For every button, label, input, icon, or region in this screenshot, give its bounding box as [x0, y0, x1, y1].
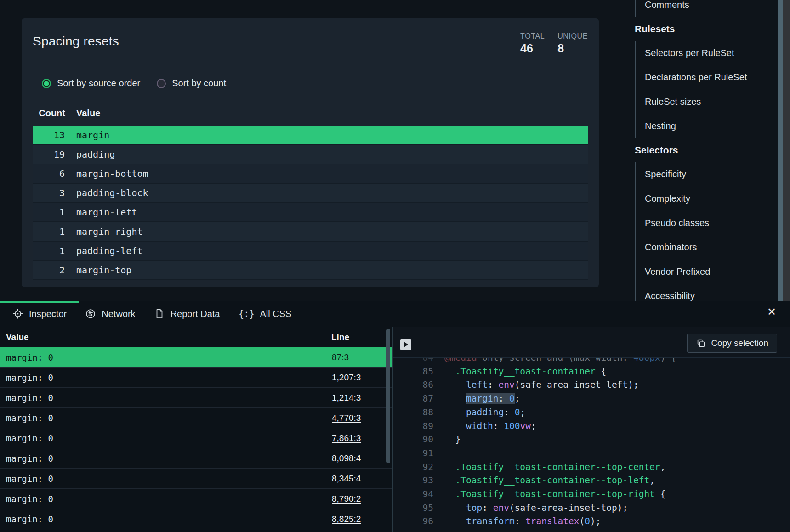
line-link[interactable]: 4,770:3	[332, 413, 361, 423]
line-link[interactable]: 8,790:2	[332, 494, 361, 504]
property-table: Count Value 13margin19padding6margin-bot…	[33, 108, 588, 280]
row-line-cell: 8,345:4	[325, 469, 392, 488]
row-count: 19	[33, 145, 69, 164]
row-line-cell: 1,214:3	[325, 388, 392, 407]
table-row[interactable]: 1margin-right	[33, 222, 588, 242]
row-declaration: margin: 0	[0, 474, 325, 484]
code-text: @media only screen and (max-width: 480px…	[444, 357, 676, 365]
sidebar-item-accessibility[interactable]: Accessibility	[645, 284, 778, 301]
radio-unselected-icon[interactable]	[157, 79, 166, 88]
line-number: 92	[393, 460, 439, 474]
value-table-row[interactable]: margin: 08,790:2	[0, 489, 392, 509]
code-pane-header: Copy selection	[393, 327, 790, 357]
value-table-row[interactable]: margin: 01,207:3	[0, 368, 392, 388]
sidebar-item-selectors-per-ruleset[interactable]: Selectors per RuleSet	[645, 41, 778, 65]
code-text: left: env(safe-area-inset-left);	[444, 378, 639, 392]
tab-label: Inspector	[29, 309, 67, 319]
line-number: 91	[393, 447, 439, 460]
tab-network[interactable]: Network	[85, 308, 135, 319]
value-table-row[interactable]: margin: 07,861:3	[0, 428, 392, 448]
tab-report-data[interactable]: Report Data	[154, 308, 220, 319]
row-declaration: margin: 0	[0, 514, 325, 524]
row-value: margin-left	[69, 207, 588, 218]
sort-option-count[interactable]: Sort by count	[157, 78, 226, 89]
sidebar-nav: CommentsRulesetsSelectors per RuleSetDec…	[635, 0, 778, 301]
sidebar-item-combinators[interactable]: Combinators	[645, 235, 778, 260]
table-row[interactable]: 13margin	[33, 126, 588, 145]
code-line: 95 top: env(safe-area-inset-top);	[393, 501, 790, 515]
sidebar-heading-rulesets: Rulesets	[635, 17, 778, 41]
table-row[interactable]: 2margin-top	[33, 261, 588, 280]
sidebar-item-comments[interactable]: Comments	[645, 0, 778, 17]
row-value: padding	[69, 149, 588, 160]
radio-selected-icon[interactable]	[42, 79, 51, 88]
tab-all-css[interactable]: {:}All CSS	[238, 308, 291, 319]
line-link[interactable]: 7,861:3	[332, 433, 361, 443]
close-icon[interactable]: ✕	[767, 306, 776, 317]
row-declaration: margin: 0	[0, 433, 325, 443]
tab-inspector[interactable]: Inspector	[12, 308, 67, 319]
sidebar-item-nesting[interactable]: Nesting	[645, 114, 778, 138]
sort-option-label: Sort by count	[172, 78, 226, 89]
value-table-row[interactable]: margin: 04,770:3	[0, 408, 392, 428]
stat-unique-value: 8	[557, 42, 588, 55]
sidebar-item-vendor-prefixed[interactable]: Vendor Prefixed	[645, 260, 778, 284]
code-viewer[interactable]: 84@media only screen and (max-width: 480…	[393, 357, 790, 532]
value-table-row[interactable]: margin: 08,345:4	[0, 469, 392, 489]
value-table-row[interactable]: margin: 087:3	[0, 347, 392, 368]
line-link[interactable]: 1,207:3	[332, 373, 361, 383]
line-link[interactable]: 87:3	[332, 352, 349, 362]
table-row[interactable]: 1margin-left	[33, 203, 588, 222]
inspector-panel: InspectorNetworkReport Data{:}All CSS✕ V…	[0, 301, 790, 532]
line-number: 84	[393, 357, 439, 365]
row-line-cell: 87:3	[325, 347, 392, 367]
main-area: Spacing resets TOTAL 46 UNIQUE 8 Sort by…	[0, 0, 790, 301]
value-table-row-partial[interactable]	[0, 529, 392, 532]
row-value: margin	[69, 130, 588, 141]
table-scrollbar-thumb[interactable]	[386, 329, 390, 463]
code-text: .Toastify__toast-container {	[444, 365, 606, 379]
table-row[interactable]: 3padding-block	[33, 184, 588, 203]
sidebar-item-specificity[interactable]: Specificity	[645, 162, 778, 187]
sidebar-item-declarations-per-ruleset[interactable]: Declarations per RuleSet	[645, 65, 778, 90]
table-row[interactable]: 6margin-bottom	[33, 164, 588, 184]
value-table-row[interactable]: margin: 01,214:3	[0, 388, 392, 408]
sidebar-group: Comments	[635, 0, 778, 17]
value-table-row[interactable]: margin: 08,825:2	[0, 509, 392, 529]
table-row[interactable]: 19padding	[33, 145, 588, 164]
row-line-cell: 1,207:3	[325, 368, 392, 387]
line-number: 87	[393, 392, 439, 406]
card-stats: TOTAL 46 UNIQUE 8	[520, 32, 588, 55]
line-link[interactable]: 8,098:4	[332, 453, 361, 464]
code-text: .Toastify__toast-container--top-left,	[444, 474, 655, 487]
value-line-table: Value Line margin: 087:3margin: 01,207:3…	[0, 327, 393, 532]
value-table-row[interactable]: margin: 08,098:4	[0, 448, 392, 469]
line-number: 88	[393, 406, 439, 419]
network-icon	[85, 308, 96, 319]
row-declaration: margin: 0	[0, 373, 325, 383]
copy-selection-button[interactable]: Copy selection	[687, 334, 777, 353]
stat-total-value: 46	[520, 42, 545, 55]
line-link[interactable]: 8,345:4	[332, 474, 361, 484]
document-icon	[154, 308, 165, 319]
sidebar-scrollbar-thumb[interactable]	[778, 0, 783, 301]
crosshair-icon	[12, 308, 23, 319]
table-row[interactable]: 1padding-left	[33, 242, 588, 261]
code-line: 91	[393, 447, 790, 460]
row-value: margin-top	[69, 265, 588, 276]
copy-icon	[696, 338, 706, 348]
sidebar-item-pseudo-classes[interactable]: Pseudo classes	[645, 211, 778, 235]
stat-unique-label: UNIQUE	[557, 32, 588, 40]
copy-selection-label: Copy selection	[711, 338, 768, 348]
sort-option-source-order[interactable]: Sort by source order	[42, 78, 140, 89]
line-link[interactable]: 8,825:2	[332, 514, 361, 524]
card-header: Spacing resets TOTAL 46 UNIQUE 8	[33, 28, 588, 55]
line-number: 95	[393, 501, 439, 515]
sidebar-item-complexity[interactable]: Complexity	[645, 187, 778, 211]
sidebar-item-ruleset-sizes[interactable]: RuleSet sizes	[645, 90, 778, 114]
line-link[interactable]: 1,214:3	[332, 393, 361, 403]
code-line: 93 .Toastify__toast-container--top-left,	[393, 474, 790, 487]
panel-expand-icon[interactable]	[400, 339, 411, 350]
column-header-value: Value	[0, 332, 325, 342]
code-line: 90 }	[393, 433, 790, 447]
